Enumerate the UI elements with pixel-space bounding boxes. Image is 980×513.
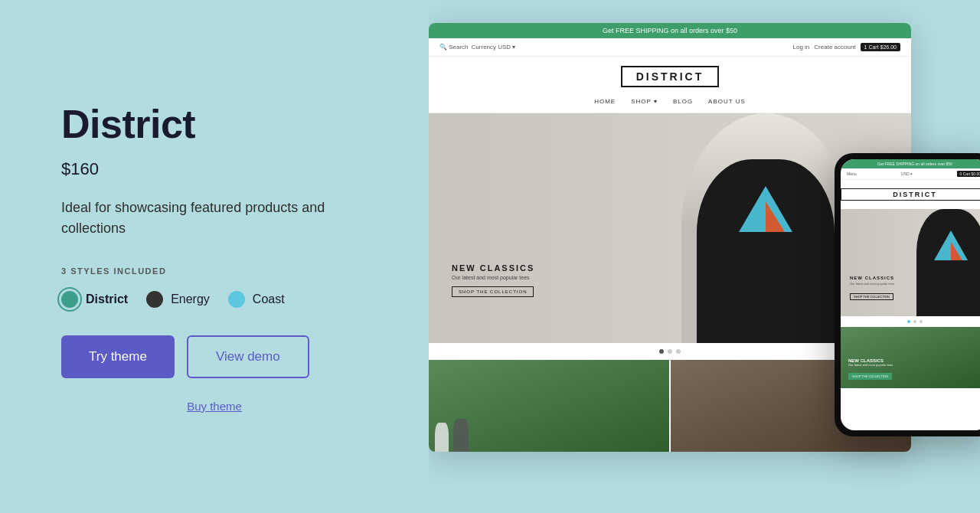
mobile-menu-label: Menu (847, 172, 857, 176)
theme-price: $160 (61, 159, 368, 179)
cart-label: 1 Cart $26.00 (861, 43, 900, 51)
style-option-energy[interactable]: Energy (146, 291, 210, 308)
style-name-energy: Energy (171, 292, 210, 306)
browser-nav-right: Log in Create account 1 Cart $26.00 (793, 43, 900, 51)
mobile-logo: DISTRICT (841, 188, 980, 201)
left-panel: District $160 Ideal for showcasing featu… (0, 55, 429, 459)
action-buttons: Try theme View demo (61, 335, 368, 378)
energy-color-dot (146, 291, 163, 308)
hero-sub: Our latest and most popular tees (452, 275, 534, 280)
hero-heading: NEW CLASSICS (452, 263, 534, 273)
dot-1 (659, 349, 664, 354)
person-1 (435, 423, 449, 452)
mobile-cart-label: 0 Cart $0.00 (957, 171, 980, 177)
style-options: District Energy Coast (61, 291, 368, 308)
browser-nav: 🔍 Search Currency USD ▾ Log in Create ac… (429, 38, 911, 57)
browser-logo-area: DISTRICT (429, 57, 911, 93)
try-theme-button[interactable]: Try theme (61, 335, 175, 378)
view-demo-button[interactable]: View demo (187, 335, 309, 378)
mobile-hero-sub: Our latest and most popular tees (850, 282, 894, 286)
mobile-top-bar: Get FREE SHIPPING on all orders over $50 (841, 159, 980, 168)
mobile-hero-bg: NEW CLASSICS Our latest and most popular… (841, 209, 980, 316)
login-label: Log in (793, 44, 810, 51)
district-color-dot (61, 291, 78, 308)
create-account-label: Create account (814, 44, 855, 51)
menu-home: HOME (594, 98, 616, 105)
shirt-triangle-logo (735, 182, 796, 236)
theme-title: District (61, 101, 368, 147)
hero-cta: SHOP THE COLLECTION (452, 286, 534, 297)
mobile-mockup: Get FREE SHIPPING on all orders over $50… (835, 153, 980, 436)
style-option-coast[interactable]: Coast (228, 291, 285, 308)
mobile-shirt-logo (932, 228, 970, 263)
mobile-dot-2 (913, 320, 916, 323)
dot-2 (668, 349, 672, 354)
styles-label: 3 STYLES INCLUDED (61, 266, 368, 276)
style-name-coast: Coast (253, 292, 285, 306)
dot-3 (676, 349, 681, 354)
person-2 (453, 419, 469, 452)
grid-cell-forest (429, 360, 669, 452)
hero-text-overlay: NEW CLASSICS Our latest and most popular… (452, 263, 534, 297)
mobile-person (916, 209, 980, 316)
right-panel: Get FREE SHIPPING on all orders over $50… (429, 0, 980, 513)
mobile-bottom-section: NEW CLASSICS Our latest and most popular… (841, 327, 980, 388)
mobile-bottom-bg: NEW CLASSICS Our latest and most popular… (841, 327, 980, 388)
search-label: 🔍 Search (439, 44, 469, 51)
mobile-dot-1 (907, 320, 910, 323)
person-tshirt (697, 159, 835, 343)
mobile-nav-bar: Menu USD ▾ 0 Cart $0.00 (841, 168, 980, 180)
mobile-hero: NEW CLASSICS Our latest and most popular… (841, 209, 980, 316)
menu-shop: SHOP ▾ (631, 98, 658, 105)
mobile-dots (841, 316, 980, 327)
coast-color-dot (228, 291, 245, 308)
mobile-bottom-text: NEW CLASSICS Our latest and most popular… (848, 358, 893, 381)
theme-description: Ideal for showcasing featured products a… (61, 198, 368, 239)
currency-label: Currency USD ▾ (472, 44, 516, 51)
hero-person-bg (681, 113, 850, 343)
style-name-district: District (86, 292, 128, 306)
district-logo: DISTRICT (621, 66, 720, 87)
mobile-logo-area: DISTRICT (841, 180, 980, 209)
mobile-hero-heading: NEW CLASSICS (850, 276, 894, 280)
mobile-dot-3 (920, 320, 923, 323)
mobile-hero-text: NEW CLASSICS Our latest and most popular… (850, 276, 894, 301)
browser-menu: HOME SHOP ▾ BLOG ABOUT US (429, 93, 911, 113)
mobile-bottom-cta: SHOP THE COLLECTION (848, 373, 892, 380)
people-silhouettes (435, 419, 469, 452)
mobile-currency-label: USD ▾ (901, 172, 913, 176)
mobile-hero-cta: SHOP THE COLLECTION (850, 293, 893, 300)
forest-image (429, 360, 669, 452)
menu-about: ABOUT US (708, 98, 746, 105)
mobile-screen: Get FREE SHIPPING on all orders over $50… (841, 159, 980, 430)
browser-nav-left: 🔍 Search Currency USD ▾ (439, 44, 515, 51)
buy-theme-link[interactable]: Buy theme (61, 400, 368, 413)
style-option-district[interactable]: District (61, 291, 128, 308)
mobile-bottom-sub: Our latest and most popular tees (848, 363, 893, 367)
browser-top-bar: Get FREE SHIPPING on all orders over $50 (429, 23, 911, 38)
menu-blog: BLOG (673, 98, 693, 105)
